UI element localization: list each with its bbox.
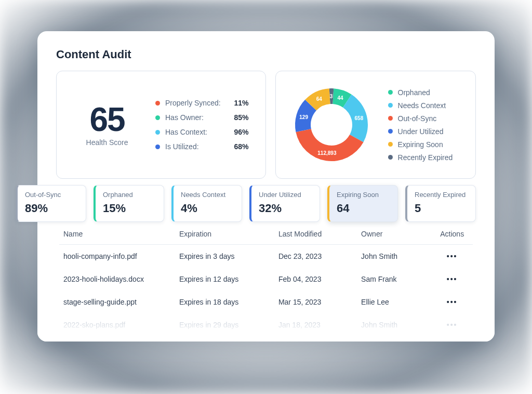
legend-label: Orphaned [398,88,430,97]
tab-needs-context[interactable]: Needs Context4% [171,185,242,222]
column-header[interactable]: Actions [431,224,473,245]
donut-panel: 344658112,89312964 OrphanedNeeds Context… [275,71,476,179]
legend-item: Recently Expired [388,153,453,162]
row-actions-button[interactable]: ••• [431,291,473,313]
metric-name: Has Owner: [165,113,234,122]
tab-value: 89% [25,202,78,215]
tab-out-of-sync[interactable]: Out-of-Sync89% [16,185,86,222]
legend-label: Recently Expired [398,153,453,162]
tab-label: Needs Context [181,191,234,199]
tab-label: Out-of-Sync [25,191,78,199]
health-score-label: Health Score [86,138,128,147]
legend-label: Expiring Soon [398,140,443,149]
legend-label: Needs Context [398,101,446,110]
cell-owner: Sam Frank [357,268,431,291]
table-row[interactable]: 2022-sko-plans.pdfExpires in 29 daysJan … [59,313,473,336]
donut-segment-label: 112,893 [317,150,336,156]
donut-chart: 344658112,89312964 [287,81,376,169]
column-header[interactable]: Owner [357,224,431,245]
legend-item: Out-of-Sync [388,114,453,123]
metric-dot-icon [155,130,160,135]
donut-segment-label: 44 [337,95,343,100]
health-metric: Is Utilized:68% [155,142,254,151]
tab-orphaned[interactable]: Orphaned15% [94,185,164,222]
health-score-value: 65 [89,103,124,136]
row-actions-button[interactable]: ••• [431,268,473,291]
donut-segment-label: 3 [330,94,333,99]
legend-label: Out-of-Sync [398,114,437,123]
legend-dot-icon [388,116,393,121]
cell-modified: Dec 23, 2023 [274,245,357,268]
column-header[interactable]: Expiration [175,224,274,245]
cell-name: 2023-hooli-holidays.docx [59,268,175,291]
legend-dot-icon [388,129,393,134]
row-actions-button[interactable]: ••• [431,313,473,336]
tab-label: Expiring Soon [337,191,390,199]
cell-expiration: Expires in 18 days [175,291,274,313]
metric-value: 85% [234,113,254,122]
legend-item: Under Utilized [388,127,453,136]
tab-recently-expired[interactable]: Recently Expired5 [405,185,476,222]
cell-owner: Ellie Lee [357,291,431,313]
cell-expiration: Expires in 3 days [175,245,274,268]
expiring-table: NameExpirationLast ModifiedOwnerActions … [56,224,476,336]
metric-value: 96% [234,128,254,136]
metric-dot-icon [155,145,160,149]
legend-dot-icon [388,90,393,95]
table-row[interactable]: stage-selling-guide.pptExpires in 18 day… [59,291,473,313]
tab-value: 64 [337,202,390,215]
metric-name: Has Context: [165,128,234,136]
metric-name: Properly Synced: [165,99,234,107]
health-score-panel: 65 Health Score Properly Synced:11%Has O… [56,71,266,179]
cell-owner: John Smith [357,313,431,336]
cell-owner: John Smith [357,245,431,268]
legend-label: Under Utilized [398,127,444,136]
tab-value: 15% [103,202,156,215]
page-title: Content Audit [56,48,476,61]
legend-dot-icon [388,142,393,147]
table-row[interactable]: 2023-hooli-holidays.docxExpires in 12 da… [59,268,473,291]
category-tabs: Out-of-Sync89%Orphaned15%Needs Context4%… [16,185,516,222]
legend-item: Expiring Soon [388,140,453,149]
tab-value: 4% [181,202,234,215]
donut-segment-label: 658 [355,115,364,121]
tab-under-utilized[interactable]: Under Utilized32% [249,185,320,222]
tab-label: Orphaned [103,191,156,199]
cell-expiration: Expires in 29 days [175,313,274,336]
legend-dot-icon [388,103,393,108]
tab-label: Under Utilized [259,191,312,199]
tab-value: 32% [259,202,312,215]
tab-label: Recently Expired [415,191,468,199]
cell-modified: Jan 18, 2023 [274,313,357,336]
cell-name: hooli-company-info.pdf [59,245,175,268]
cell-expiration: Expires in 12 days [175,268,274,291]
metric-value: 11% [234,99,254,107]
donut-segment-label: 64 [316,96,322,102]
donut-segment-label: 129 [299,114,308,120]
health-metric: Properly Synced:11% [155,99,254,107]
column-header[interactable]: Name [59,224,175,245]
row-actions-button[interactable]: ••• [431,245,473,268]
metric-name: Is Utilized: [165,142,234,151]
legend-dot-icon [388,155,393,160]
tab-expiring-soon[interactable]: Expiring Soon64 [327,185,398,222]
cell-modified: Mar 15, 2023 [274,291,357,313]
health-metrics-list: Properly Synced:11%Has Owner:85%Has Cont… [155,81,254,169]
table-row[interactable]: hooli-company-info.pdfExpires in 3 daysD… [59,245,473,268]
health-metric: Has Context:96% [155,128,254,136]
metric-dot-icon [155,115,160,120]
metric-dot-icon [155,101,160,106]
column-header[interactable]: Last Modified [274,224,357,245]
health-metric: Has Owner:85% [155,113,254,122]
legend-item: Needs Context [388,101,453,110]
metric-value: 68% [234,142,254,151]
cell-modified: Feb 04, 2023 [274,268,357,291]
cell-name: 2022-sko-plans.pdf [59,313,175,336]
donut-legend: OrphanedNeeds ContextOut-of-SyncUnder Ut… [388,88,453,162]
tab-value: 5 [415,202,468,215]
cell-name: stage-selling-guide.ppt [59,291,175,313]
legend-item: Orphaned [388,88,453,97]
